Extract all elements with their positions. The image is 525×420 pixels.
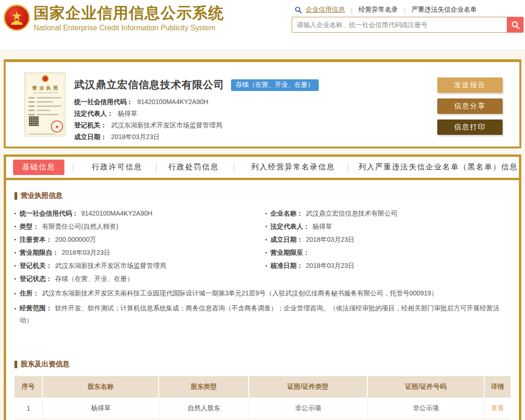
nav-separator: | [404,7,405,14]
field-establish-date: 成立日期：2018年03月23日 [266,233,511,246]
tab-separator [73,163,73,172]
emblem-star-icon: ★ [11,10,22,22]
tab-admin-license[interactable]: 行政许可信息 [92,162,142,172]
header-search-area: 企业信用信息 | 经营异常名录 | 严重违法失信企业名单 [292,5,524,33]
license-section-title: 营业执照信息 [14,191,511,200]
shareholder-section-title: 股东及出资信息 [14,360,511,369]
card-action-buttons: 发送报告 信息分享 信息打印 [437,77,503,140]
nav-link-enterprise-credit[interactable]: 企业信用信息 [306,6,345,14]
license-text-line [28,114,35,115]
print-info-button[interactable]: 信息打印 [437,119,503,135]
license-text-line [28,97,35,98]
status-badge: 存续（在营、开业、在册） [231,79,319,91]
tab-blacklist[interactable]: 列入严重违法失信企业名单（黑名单）信息 [358,162,518,172]
shareholder-section-title-text: 股东及出资信息 [21,360,70,369]
license-fields-grid: 统一社会信用代码：91420100MA4KY2A90H 企业名称：武汉鼎立宏信信… [14,207,511,326]
license-text-line [28,105,35,107]
license-text-line [37,105,61,107]
license-footer-line [29,133,55,134]
col-header-cert-type: 证照/证件类型 [249,376,368,398]
tab-separator [234,163,234,172]
license-text-line [37,114,58,115]
field-business-scope: 经营范围：软件开发、软件测试；计算机信息系统集成；商务信息咨询（不含商务调查）；… [14,302,511,326]
license-title: 营业执照 [25,85,65,91]
cell-cert-type: 非公示项 [249,398,368,419]
field-registration-status: 登记状态：存续（在营、开业、在册） [14,272,260,285]
col-header-shareholder-name: 股东名称 [43,376,160,398]
license-text-line [28,110,35,111]
page-header: ★ 国家企业信用信息公示系统 National Enterprise Credi… [0,0,525,51]
company-summary-card: 营业执照 ★ 武汉鼎立宏信信息技术有限公司 存续（在营、开业、在册） 统一社会信… [4,59,521,148]
license-text-line [37,97,61,98]
search-type-nav: 企业信用信息 | 经营异常名录 | 严重违法失信企业名单 [292,5,524,15]
field-term-to: 营业期限至： [266,246,511,259]
cell-shareholder-name: 杨得草 [43,398,160,419]
company-name: 武汉鼎立宏信信息技术有限公司 [74,78,224,92]
tab-abnormal-list[interactable]: 列入经营异常名录信息 [251,162,335,172]
col-header-no: 序号 [14,376,43,398]
cell-row-no: 1 [14,398,43,419]
license-rule [33,92,58,93]
site-subtitle: National Enterprise Credit Information P… [34,24,224,32]
shareholder-section: 股东及出资信息 序号 股东名称 股东类型 证照/证件类型 证照/证件号码 详情 … [14,360,511,419]
license-text-line [37,101,53,103]
field-registered-capital: 注册资本：200.000000万 [14,233,260,246]
search-bar [292,17,524,33]
tab-separator [348,163,348,172]
company-info-block: 武汉鼎立宏信信息技术有限公司 存续（在营、开业、在册） 统一社会信用代码： 91… [74,78,319,143]
card-field-registration-authority: 登记机关： 武汉东湖新技术开发区市场监督管理局 [74,119,319,131]
license-red-seal: ★ [50,119,64,134]
col-header-detail: 详情 [485,376,511,398]
cell-cert-no: 非公示项 [368,398,485,419]
nav-link-abnormal-list[interactable]: 经营异常名录 [358,6,398,14]
license-text-line [37,110,50,111]
field-legal-rep: 法定代表人：杨得草 [266,220,511,233]
share-info-button[interactable]: 信息分享 [437,98,503,114]
license-section-title-text: 营业执照信息 [21,191,63,200]
cell-shareholder-type: 自然人股东 [159,398,249,419]
basic-info-content: 营业执照信息 统一社会信用代码：91420100MA4KY2A90H 企业名称：… [6,180,519,419]
view-detail-link[interactable]: 查看 [491,404,504,413]
business-license-thumbnail: 营业执照 ★ [24,72,66,136]
tab-separator [156,163,157,172]
search-input[interactable] [292,17,524,33]
section-title-bar-icon [14,361,17,368]
nav-separator: | [351,7,352,14]
detail-panel: 基础信息 行政许可信息 行政处罚信息 列入经营异常名录信息 列入严重违法失信企业… [4,154,521,420]
license-emblem-icon [42,75,49,82]
license-text-line [28,101,35,103]
field-address: 住所：武汉市东湖新技术开发区关南科技工业园现代国际设计城一期第3单元21层9号（… [14,287,511,300]
cell-detail: 查看 [485,398,511,419]
site-titles: 国家企业信用信息公示系统 National Enterprise Credit … [34,3,224,32]
card-field-legal-rep: 法定代表人： 杨得草 [74,108,319,119]
search-button-icon [511,21,520,29]
field-credit-code: 统一社会信用代码：91420100MA4KY2A90H [14,207,260,220]
field-registration-authority: 登记机关：武汉东湖新技术开发区市场监督管理局 [14,259,260,272]
field-term-from: 营业期限自：2018年03月23日 [14,246,260,259]
card-field-establish-date: 成立日期： 2018年03月23日 [74,131,319,143]
site-title: 国家企业信用信息公示系统 [34,3,224,23]
license-qr-code [29,116,39,126]
search-icon [294,6,302,14]
search-button[interactable] [507,17,524,33]
grid-spacer [266,272,511,285]
shareholder-table: 序号 股东名称 股东类型 证照/证件类型 证照/证件号码 详情 1 杨得草 自然… [14,376,511,419]
field-company-type: 类型：有限责任公司(自然人独资) [14,220,260,233]
field-approval-date: 核准日期：2018年03月23日 [266,259,511,272]
send-report-button[interactable]: 发送报告 [437,77,503,93]
tab-basic-info[interactable]: 基础信息 [13,160,64,175]
col-header-cert-no: 证照/证件号码 [368,376,485,398]
field-company-name: 企业名称：武汉鼎立宏信信息技术有限公司 [266,207,511,220]
section-title-bar-icon [14,192,17,200]
tab-bar: 基础信息 行政许可信息 行政处罚信息 列入经营异常名录信息 列入严重违法失信企业… [6,157,519,180]
card-field-credit-code: 统一社会信用代码： 91420100MA4KY2A90H [74,96,319,108]
col-header-shareholder-type: 股东类型 [159,376,249,398]
tab-admin-penalty[interactable]: 行政处罚信息 [168,162,219,172]
national-emblem-logo: ★ [4,5,30,31]
nav-link-illegal-list[interactable]: 严重违法失信企业名单 [412,6,477,14]
